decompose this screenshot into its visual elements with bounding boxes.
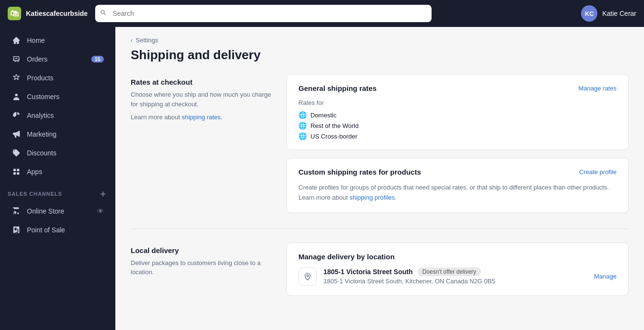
sidebar-item-orders[interactable]: Orders 15 xyxy=(4,50,111,68)
sidebar-item-pos[interactable]: Point of Sale xyxy=(4,221,111,239)
rates-section-label-col: Rates at checkout Choose where you ship … xyxy=(131,74,275,213)
rate-item-crossborder: 🌐 US Cross-border xyxy=(298,132,617,140)
back-arrow-icon: ‹ xyxy=(131,37,133,44)
delivery-status-badge: Doesn't offer delivery xyxy=(418,267,481,276)
location-address: 1805-1 Victoria Street South, Kitchener,… xyxy=(323,278,587,285)
rates-at-checkout-section: Rates at checkout Choose where you ship … xyxy=(131,74,629,213)
location-name-row: 1805-1 Victoria Street South Doesn't off… xyxy=(323,267,587,276)
sidebar-item-label: Marketing xyxy=(27,130,56,138)
products-icon xyxy=(12,73,21,83)
page-header: ‹ Settings Shipping and delivery xyxy=(115,27,644,70)
breadcrumb-settings[interactable]: Settings xyxy=(136,37,158,44)
manage-rates-button[interactable]: Manage rates xyxy=(579,85,617,92)
app-body: Home Orders 15 Products Customers Anal xyxy=(0,27,644,330)
main-content: ‹ Settings Shipping and delivery Rates a… xyxy=(115,27,644,330)
manage-delivery-title: Manage delivery by location xyxy=(298,253,395,261)
sidebar-item-label: Products xyxy=(27,74,53,82)
rates-section-title: Rates at checkout xyxy=(131,78,275,86)
local-delivery-title: Local delivery xyxy=(131,246,275,254)
sidebar-item-discounts[interactable]: Discounts xyxy=(4,144,111,162)
rate-item-world: 🌐 Rest of the World xyxy=(298,122,617,129)
customers-icon xyxy=(12,92,21,102)
rate-destination: Rest of the World xyxy=(310,122,359,129)
sidebar-item-label: Apps xyxy=(27,168,42,176)
custom-shipping-rates-card: Custom shipping rates for products Creat… xyxy=(286,158,629,213)
section-divider xyxy=(131,228,629,229)
search-input[interactable] xyxy=(95,5,432,22)
user-menu[interactable]: KC Katie Cerar xyxy=(581,5,636,22)
sidebar: Home Orders 15 Products Customers Anal xyxy=(0,27,115,330)
location-info: 1805-1 Victoria Street South Doesn't off… xyxy=(323,267,587,285)
shipping-profiles-link[interactable]: shipping profiles. xyxy=(349,194,396,201)
brand-name: Katiescafecurbside xyxy=(26,10,87,17)
card-header: Custom shipping rates for products Creat… xyxy=(298,168,617,176)
location-name: 1805-1 Victoria Street South xyxy=(323,268,413,276)
local-delivery-label-col: Local delivery Deliver packages to custo… xyxy=(131,242,275,296)
add-channel-icon[interactable]: ＋ xyxy=(99,188,108,200)
analytics-icon xyxy=(12,111,21,120)
manage-delivery-card: Manage delivery by location 1805-1 Victo… xyxy=(286,242,629,296)
rate-destination: Domestic xyxy=(310,112,336,119)
page-body: Rates at checkout Choose where you ship … xyxy=(115,70,644,327)
local-delivery-cards-col: Manage delivery by location 1805-1 Victo… xyxy=(286,242,629,296)
breadcrumb: ‹ Settings xyxy=(131,37,629,44)
shipping-rates-link[interactable]: shipping rates. xyxy=(182,114,223,121)
rates-cards-col: General shipping rates Manage rates Rate… xyxy=(286,74,629,213)
sidebar-item-label: Point of Sale xyxy=(27,226,65,234)
local-delivery-desc: Deliver packages to customers living clo… xyxy=(131,258,275,277)
top-navigation: 🛍 Katiescafecurbside KC Katie Cerar xyxy=(0,0,644,27)
globe-icon: 🌐 xyxy=(298,132,307,140)
search-bar[interactable] xyxy=(95,5,432,22)
sidebar-item-label: Discounts xyxy=(27,149,56,157)
sidebar-item-apps[interactable]: Apps xyxy=(4,163,111,181)
avatar: KC xyxy=(581,5,597,22)
sidebar-item-marketing[interactable]: Marketing xyxy=(4,125,111,143)
apps-icon xyxy=(12,167,21,177)
eye-icon[interactable]: 👁 xyxy=(97,207,104,215)
orders-badge: 15 xyxy=(91,56,104,63)
sales-channels-label: SALES CHANNELS ＋ xyxy=(0,181,115,202)
marketing-icon xyxy=(12,129,21,139)
sidebar-item-label: Online Store xyxy=(27,207,64,215)
create-profile-button[interactable]: Create profile xyxy=(579,168,617,176)
sidebar-item-analytics[interactable]: Analytics xyxy=(4,106,111,125)
sidebar-item-label: Analytics xyxy=(27,112,54,119)
custom-rates-desc: Create profiles for groups of products t… xyxy=(298,183,617,203)
location-icon xyxy=(298,267,317,286)
local-delivery-section: Local delivery Deliver packages to custo… xyxy=(131,242,629,296)
search-icon xyxy=(100,9,107,18)
rate-destination: US Cross-border xyxy=(310,133,358,140)
rates-list: 🌐 Domestic 🌐 Rest of the World 🌐 US Cros… xyxy=(298,111,617,140)
location-manage-link[interactable]: Manage xyxy=(594,273,617,280)
card-header: General shipping rates Manage rates xyxy=(298,84,617,92)
sidebar-item-customers[interactable]: Customers xyxy=(4,88,111,106)
pos-icon xyxy=(12,225,21,235)
sidebar-item-label: Orders xyxy=(27,55,48,63)
rates-section-desc: Choose where you ship and how much you c… xyxy=(131,90,275,109)
general-rates-title: General shipping rates xyxy=(298,84,377,92)
orders-icon xyxy=(12,54,21,64)
shopify-icon: 🛍 xyxy=(8,7,21,20)
globe-icon: 🌐 xyxy=(298,122,307,129)
custom-rates-title: Custom shipping rates for products xyxy=(298,168,421,176)
general-shipping-rates-card: General shipping rates Manage rates Rate… xyxy=(286,74,629,150)
rate-item-domestic: 🌐 Domestic xyxy=(298,111,617,119)
delivery-location-row: 1805-1 Victoria Street South Doesn't off… xyxy=(298,267,617,286)
discounts-icon xyxy=(12,148,21,158)
sidebar-item-online-store[interactable]: Online Store 👁 xyxy=(4,202,111,220)
online-store-icon xyxy=(12,206,21,216)
svg-point-1 xyxy=(307,275,309,277)
brand-logo[interactable]: 🛍 Katiescafecurbside xyxy=(8,7,87,20)
card-header: Manage delivery by location xyxy=(298,253,617,261)
sidebar-item-home[interactable]: Home xyxy=(4,31,111,50)
learn-more-prefix: Learn more about xyxy=(131,114,182,121)
sidebar-item-label: Customers xyxy=(27,93,60,101)
sidebar-item-products[interactable]: Products xyxy=(4,69,111,87)
page-title: Shipping and delivery xyxy=(131,48,629,63)
home-icon xyxy=(12,36,21,45)
user-name: Katie Cerar xyxy=(602,10,636,17)
sidebar-item-label: Home xyxy=(27,37,45,44)
rates-for-label: Rates for xyxy=(298,99,617,106)
globe-icon: 🌐 xyxy=(298,111,307,119)
